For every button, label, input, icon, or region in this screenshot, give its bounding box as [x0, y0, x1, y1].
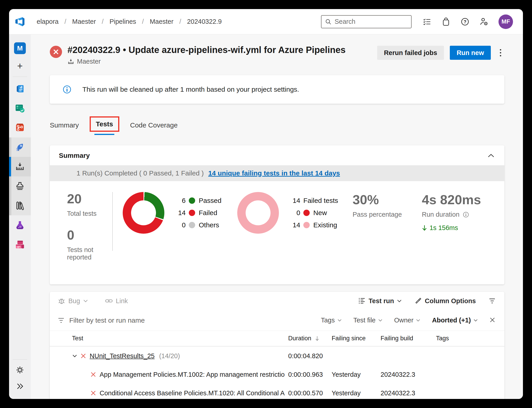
test-name[interactable]: App Management Policies.MT.1002: App man…	[100, 371, 285, 378]
breadcrumb-run[interactable]: 20240322.9	[187, 18, 222, 25]
sidebar-item-environments[interactable]	[9, 176, 31, 196]
owner-filter-dropdown[interactable]: Owner	[394, 316, 420, 324]
pipeline-icon	[68, 58, 74, 65]
sidebar-item-settings[interactable]	[9, 362, 31, 378]
test-file-filter-dropdown[interactable]: Test file	[353, 316, 382, 324]
breadcrumb-separator: /	[65, 18, 66, 25]
group-list-icon	[358, 298, 365, 304]
column-header-failing-since[interactable]: Failing since	[332, 335, 380, 342]
sidebar-item-releases[interactable]	[9, 157, 31, 176]
legend-row-new: 0 New	[291, 209, 338, 217]
clear-filter-icon[interactable]	[490, 317, 495, 324]
boards-icon	[15, 103, 25, 113]
summary-card: Summary 1 Run(s) Completed ( 0 Passed, 1…	[50, 145, 504, 284]
outcome-filter-dropdown[interactable]: Aborted (+1)	[432, 316, 478, 324]
duration-cell: 0:00:04.820	[288, 352, 332, 360]
toggle-filter-icon[interactable]	[489, 298, 495, 304]
wrench-icon	[415, 298, 422, 304]
column-header-test[interactable]: Test	[50, 335, 288, 342]
filter-input[interactable]	[69, 316, 205, 324]
top-bar: elapora / Maester / Pipelines / Maester …	[9, 9, 523, 34]
expand-chevron-icon[interactable]	[72, 355, 77, 357]
collapse-chevron-icon[interactable]	[488, 153, 494, 158]
azure-devops-logo[interactable]	[9, 17, 31, 27]
duration-info-icon[interactable]	[463, 212, 469, 218]
page-title: #20240322.9 • Update azure-pipelines-wif…	[68, 45, 346, 55]
failed-x-icon	[91, 390, 96, 396]
link-icon	[105, 299, 113, 303]
test-name[interactable]: Conditional Access Baseline Policies.MT.…	[100, 390, 285, 397]
column-options-button[interactable]: Column Options	[415, 297, 476, 305]
legend-row-passed: 6 Passed	[176, 197, 221, 204]
more-options-icon[interactable]	[497, 47, 504, 59]
pipeline-name-link[interactable]: Maester	[77, 58, 101, 65]
sidebar-item-artifacts[interactable]	[9, 235, 31, 254]
link-button[interactable]: Link	[105, 297, 128, 305]
breadcrumb: elapora / Maester / Pipelines / Maester …	[37, 18, 222, 25]
tests-not-reported-value: 0	[67, 227, 112, 242]
arrow-down-icon	[422, 225, 427, 231]
failed-dot	[189, 210, 195, 216]
search-icon	[325, 18, 331, 25]
breadcrumb-org[interactable]: elapora	[37, 18, 59, 25]
sidebar-item-add-project[interactable]: +	[9, 58, 31, 74]
table-row[interactable]: Conditional Access Baseline Policies.MT.…	[50, 384, 504, 399]
column-header-failing-build[interactable]: Failing build	[380, 335, 436, 342]
sidebar-item-library[interactable]	[9, 196, 31, 215]
table-row[interactable]: App Management Policies.MT.1002: App man…	[50, 365, 504, 384]
breadcrumb-separator: /	[179, 18, 181, 25]
plus-icon: +	[17, 61, 23, 71]
boxes-icon	[15, 239, 25, 249]
tab-bar: Summary Tests Code Coverage	[50, 115, 504, 135]
search-box[interactable]	[321, 15, 412, 28]
total-tests-value: 20	[67, 191, 112, 206]
run-duration-value: 4s 820ms	[422, 192, 481, 207]
new-dot	[303, 210, 310, 216]
group-by-test-run-dropdown[interactable]: Test run	[358, 297, 402, 305]
sidebar-item-repos[interactable]	[9, 118, 31, 137]
repos-branch-icon	[15, 123, 25, 133]
failing-tests-link[interactable]: 14 unique failing tests in the last 14 d…	[208, 169, 340, 177]
breadcrumb-separator: /	[102, 18, 104, 25]
svg-text:?: ?	[464, 19, 466, 24]
sidebar-item-boards[interactable]	[9, 99, 31, 118]
search-input[interactable]	[335, 18, 403, 25]
breadcrumb-pipelines[interactable]: Pipelines	[110, 18, 136, 25]
tags-filter-dropdown[interactable]: Tags	[321, 316, 341, 324]
failed-x-icon	[91, 372, 96, 377]
run-failed-icon	[50, 46, 62, 58]
table-row[interactable]: NUnit_TestResults_25 (14/20) 0:00:04.820	[50, 347, 504, 365]
runs-completed-text: 1 Run(s) Completed ( 0 Passed, 1 Failed …	[76, 169, 204, 177]
task-list-icon[interactable]	[422, 17, 431, 26]
rerun-failed-jobs-button[interactable]: Rerun failed jobs	[377, 46, 444, 60]
tab-tests[interactable]: Tests	[90, 116, 119, 135]
tab-summary[interactable]: Summary	[50, 121, 79, 135]
sidebar-item-project-avatar[interactable]: M	[9, 38, 31, 58]
user-settings-icon[interactable]	[480, 17, 489, 26]
sidebar-item-overview[interactable]	[9, 79, 31, 99]
failing-since-cell: Yesterday	[332, 371, 380, 378]
column-header-duration[interactable]: Duration	[288, 335, 332, 342]
avatar[interactable]: MF	[498, 15, 513, 29]
help-icon[interactable]: ?	[460, 17, 470, 26]
app-window: elapora / Maester / Pipelines / Maester …	[9, 9, 523, 399]
breadcrumb-pipeline[interactable]: Maester	[150, 18, 173, 25]
bug-button[interactable]: Bug	[58, 297, 88, 305]
others-dot	[189, 222, 195, 228]
test-results-donut-chart	[123, 192, 164, 234]
flask-icon	[15, 220, 25, 230]
existing-dot	[303, 222, 310, 228]
sidebar-item-test-plans[interactable]	[9, 215, 31, 235]
total-tests-label: Total tests	[67, 210, 112, 217]
sidebar-item-collapse[interactable]	[9, 378, 31, 394]
sidebar-item-pipelines[interactable]	[9, 137, 31, 157]
test-run-link[interactable]: NUnit_TestResults_25	[90, 352, 155, 360]
breadcrumb-project[interactable]: Maester	[72, 18, 96, 25]
azure-devops-logo-icon	[15, 17, 25, 27]
column-header-tags[interactable]: Tags	[436, 335, 504, 342]
marketplace-bag-icon[interactable]	[441, 17, 450, 26]
run-new-button[interactable]: Run new	[450, 46, 491, 60]
runs-summary-strip: 1 Run(s) Completed ( 0 Passed, 1 Failed …	[50, 165, 504, 181]
tab-code-coverage[interactable]: Code Coverage	[130, 121, 178, 135]
summary-card-title: Summary	[59, 152, 90, 159]
